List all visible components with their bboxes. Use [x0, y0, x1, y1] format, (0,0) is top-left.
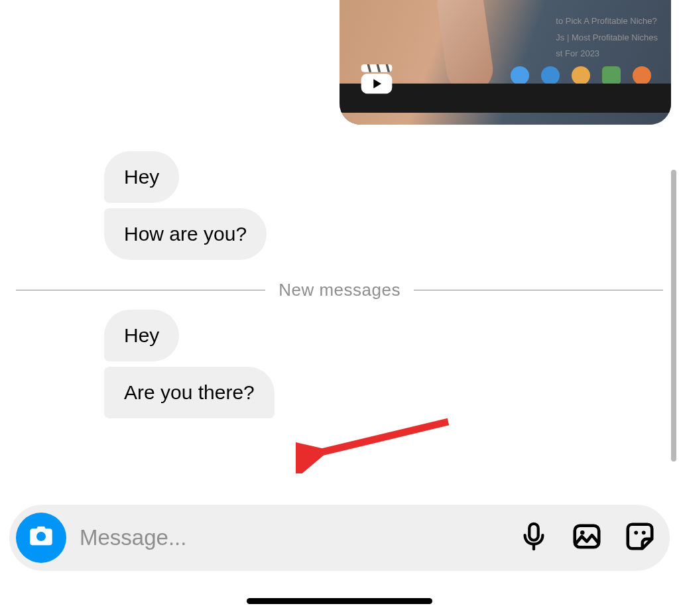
reels-icon — [358, 60, 395, 97]
divider-label: New messages — [278, 280, 401, 300]
svg-rect-8 — [575, 526, 599, 548]
home-indicator[interactable] — [247, 598, 432, 604]
received-message-bubble[interactable]: Are you there? — [104, 367, 275, 418]
message-group-1: Hey How are you? — [8, 151, 671, 265]
camera-button[interactable] — [16, 513, 66, 563]
sticker-icon — [625, 521, 655, 554]
message-input[interactable] — [80, 525, 517, 550]
reel-message-thumbnail[interactable]: to Pick A Profitable Niche? Js | Most Pr… — [340, 0, 671, 125]
camera-icon — [28, 523, 54, 552]
received-message-bubble[interactable]: Hey — [104, 310, 179, 361]
voice-message-button[interactable] — [517, 521, 550, 554]
divider-line — [414, 290, 663, 291]
gallery-icon — [572, 521, 602, 554]
svg-point-10 — [634, 530, 638, 534]
svg-rect-6 — [529, 524, 538, 540]
new-messages-divider: New messages — [16, 280, 663, 300]
scrollbar-thumb[interactable] — [671, 170, 676, 462]
svg-point-11 — [642, 530, 646, 534]
microphone-icon — [519, 521, 549, 554]
chat-screen: to Pick A Profitable Niche? Js | Most Pr… — [0, 0, 679, 616]
messages-scroll-area[interactable]: to Pick A Profitable Niche? Js | Most Pr… — [8, 0, 671, 505]
reel-visible-text: to Pick A Profitable Niche? Js | Most Pr… — [556, 13, 658, 62]
svg-point-5 — [36, 532, 46, 541]
sticker-button[interactable] — [623, 521, 656, 554]
received-message-bubble[interactable]: Hey — [104, 151, 179, 203]
svg-point-9 — [580, 530, 585, 535]
message-composer — [9, 505, 670, 571]
divider-line — [16, 290, 265, 291]
message-group-2: Hey Are you there? — [8, 310, 671, 424]
gallery-button[interactable] — [570, 521, 603, 554]
received-message-bubble[interactable]: How are you? — [104, 208, 267, 260]
